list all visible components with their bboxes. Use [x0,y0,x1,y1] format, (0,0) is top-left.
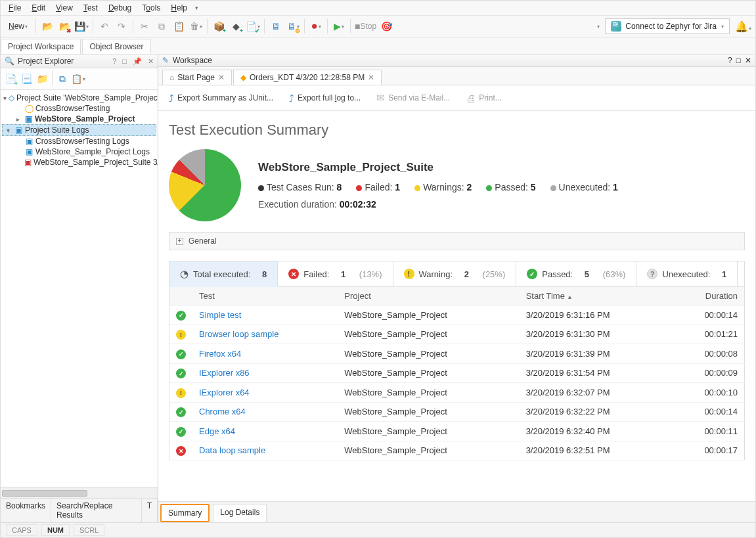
workspace-panel: ✎ Workspace ? □ ✕ ⌂ Start Page ✕ ◆ Order… [158,55,755,522]
close-tab-icon[interactable]: ✕ [218,73,225,82]
col-project[interactable]: Project [338,287,519,305]
tree-item-cbt-logs[interactable]: ▣CrossBrowserTesting Logs [2,136,156,146]
menu-view[interactable]: View [52,2,77,14]
tree-item-proj-logs[interactable]: ▣WebStore_Sample_Project Logs [2,146,156,157]
menu-file[interactable]: File [5,2,25,14]
table-row[interactable]: !Browser loop sampleWebStore_Sample_Proj… [169,325,745,344]
menu-edit[interactable]: Edit [28,2,49,14]
print-button[interactable]: 🖨Print... [462,90,506,106]
menu-help[interactable]: Help [167,2,191,14]
tab-bookmarks[interactable]: Bookmarks [1,499,51,522]
ws-max-icon[interactable]: □ [736,56,741,65]
send-email-button[interactable]: ✉Send via E-Mail... [372,89,454,106]
pin-icon[interactable]: 📌 [133,57,142,66]
cell-start: 3/20/2019 6:32:07 PM [520,383,672,403]
add-item2-icon[interactable]: ◆+ [229,18,243,34]
tab-project-workspace[interactable]: Project Workspace [1,39,81,54]
tree-item-cbt[interactable]: ◯CrossBrowserTesting [2,103,156,114]
ws-close-icon[interactable]: ✕ [745,56,751,65]
tab-start-page[interactable]: ⌂ Start Page ✕ [162,70,232,85]
log-icon: ◆ [240,73,246,82]
tree-suite-root[interactable]: ▾◇ Project Suite 'WebStore_Sample_Projec… [2,93,156,103]
copy-icon[interactable]: ⧉ [154,18,169,34]
enable-item-icon[interactable]: 📄✔▾ [246,18,260,34]
notifications-icon[interactable]: 🔔▾ [735,20,751,33]
undo-icon[interactable]: ↶ [97,18,112,34]
monitor1-icon[interactable]: 🖥 [269,18,283,34]
tree-horizontal-scrollbar[interactable] [1,487,158,498]
filter-warning[interactable]: !Warning: 2 (25%) [393,261,517,287]
test-link[interactable]: Chrome x64 [199,407,246,416]
table-row[interactable]: ✓Chrome x64WebStore_Sample_Project3/20/2… [169,402,745,422]
project-tree[interactable]: ▾◇ Project Suite 'WebStore_Sample_Projec… [1,90,158,487]
table-row[interactable]: ✓Firefox x64WebStore_Sample_Project3/20/… [169,344,745,364]
filter-passed[interactable]: ✓Passed: 5 (63%) [516,261,636,287]
col-test[interactable]: Test [192,287,338,305]
menu-tools[interactable]: Tools [138,2,164,14]
stat-row: Test Cases Run: 8 Failed: 1 Warnings: 2 … [258,182,618,192]
tree-suite-logs[interactable]: ▾▣ Project Suite Logs [2,124,156,136]
monitor-settings-icon[interactable]: 🖥⚙▾ [286,18,300,34]
save-icon[interactable]: 💾▾ [74,18,89,34]
project-explorer-panel: 🔍 Project Explorer ? □ 📌 ✕ 📄+ 📃 📁 ⧉ 📋▾ ▾… [1,55,158,522]
tab-search-replace[interactable]: Search/Replace Results [51,499,142,522]
menu-debug[interactable]: Debug [104,2,135,14]
tree-item-suite-log[interactable]: ▣WebStore_Sample_Project_Suite 3/20/2019… [2,157,156,168]
test-link[interactable]: Edge x64 [199,426,235,436]
add-folder-icon[interactable]: 📁 [35,71,49,87]
table-row[interactable]: !IExplorer x64WebStore_Sample_Project3/2… [169,383,745,403]
tab-summary[interactable]: Summary [160,504,210,522]
zephyr-connect-button[interactable]: Connect to Zephyr for Jira ▾ [605,18,730,34]
add-sibling-icon[interactable]: 📃 [19,71,33,87]
redo-icon[interactable]: ↷ [114,18,129,34]
status-num: NUM [41,524,70,536]
open-icon[interactable]: 📂 [40,18,55,34]
paste-icon[interactable]: 📋 [171,18,186,34]
close-project-icon[interactable]: 📂✖ [57,18,72,34]
toolbar-overflow-icon[interactable]: ▾ [597,24,600,30]
tab-object-browser[interactable]: Object Browser [82,39,150,54]
ws-help-icon[interactable]: ? [728,56,732,65]
test-link[interactable]: IExplorer x64 [199,388,250,397]
export-junit-button[interactable]: ⤴Export Summary as JUnit... [165,90,277,106]
add-item1-icon[interactable]: 📦+ [211,18,226,34]
tab-truncated[interactable]: T [142,499,158,522]
menu-test[interactable]: Test [79,2,102,14]
export-full-button[interactable]: ⤴Export full log to... [285,90,365,106]
tab-log-details[interactable]: Log Details [213,504,267,522]
test-link[interactable]: Browser loop sample [199,329,278,339]
run-icon[interactable]: ▶▾ [332,18,346,34]
copy-node-icon[interactable]: ⧉ [55,71,70,87]
close-tab-icon[interactable]: ✕ [368,73,374,82]
general-section-toggle[interactable]: + General [169,232,745,250]
filter-total[interactable]: ◔Total executed: 8 [169,261,278,287]
table-row[interactable]: ✓Edge x64WebStore_Sample_Project3/20/201… [169,422,745,441]
table-row[interactable]: ✕Data loop sampleWebStore_Sample_Project… [169,441,745,460]
col-start[interactable]: Start Time▲ [520,287,672,305]
delete-icon[interactable]: 🗑▾ [189,18,203,34]
tree-item-project[interactable]: ▸▣ WebStore_Sample_Project [2,114,156,124]
col-duration[interactable]: Duration [671,287,744,305]
execution-duration: Execution duration: 00:02:32 [258,199,618,210]
filter-failed[interactable]: ✕Failed: 1 (13%) [278,261,393,287]
menu-overflow-icon[interactable]: ▾ [195,5,198,11]
close-panel-icon[interactable]: ✕ [148,57,154,66]
highlight-icon[interactable]: 🎯 [379,18,393,34]
add-child-icon[interactable]: 📄+ [3,71,18,87]
stop-button[interactable]: ■ Stop [355,18,376,34]
test-link[interactable]: Firefox x64 [199,349,241,359]
help-icon[interactable]: ? [112,57,116,65]
maximize-icon[interactable]: □ [122,57,127,65]
test-link[interactable]: Simple test [199,310,241,320]
tab-orders-kdt[interactable]: ◆ Orders_KDT 4/3/20 12:28:58 PM ✕ [233,70,382,85]
record-icon[interactable]: ●▾ [309,18,323,34]
cut-icon[interactable]: ✂ [137,18,152,34]
table-row[interactable]: ✓IExplorer x86WebStore_Sample_Project3/2… [169,363,745,383]
table-row[interactable]: ✓Simple testWebStore_Sample_Project3/20/… [169,305,745,325]
test-link[interactable]: Data loop sample [199,445,265,455]
test-link[interactable]: IExplorer x86 [199,368,250,378]
new-button[interactable]: NNewew▾ [5,18,32,34]
filter-unexecuted[interactable]: ?Unexecuted: 1 [636,261,738,287]
suite-name: WebStore_Sample_Project_Suite [258,161,618,174]
paste-node-icon[interactable]: 📋▾ [71,71,85,87]
